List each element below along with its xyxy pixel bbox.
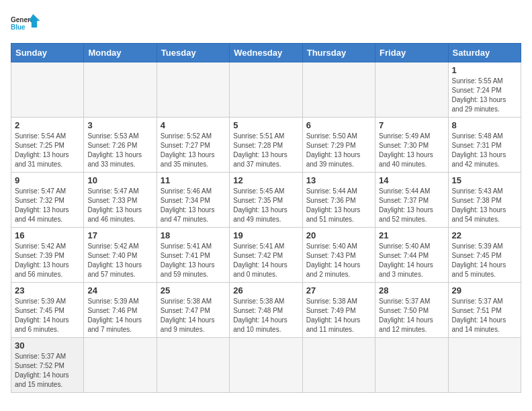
day-info: Sunrise: 5:44 AMSunset: 7:36 PMDaylight:… <box>306 187 371 224</box>
calendar-cell <box>302 338 375 393</box>
calendar-cell: 22Sunrise: 5:39 AMSunset: 7:45 PMDayligh… <box>448 228 521 283</box>
day-info: Sunrise: 5:41 AMSunset: 7:41 PMDaylight:… <box>161 242 226 279</box>
calendar-cell: 26Sunrise: 5:38 AMSunset: 7:48 PMDayligh… <box>230 283 302 338</box>
day-info: Sunrise: 5:41 AMSunset: 7:42 PMDaylight:… <box>233 242 298 279</box>
day-number: 16 <box>15 230 80 240</box>
day-number: 12 <box>233 175 298 185</box>
day-info: Sunrise: 5:37 AMSunset: 7:52 PMDaylight:… <box>15 352 80 390</box>
day-info: Sunrise: 5:53 AMSunset: 7:26 PMDaylight:… <box>87 132 152 169</box>
calendar-cell <box>375 62 448 118</box>
day-number: 29 <box>452 285 517 295</box>
calendar-cell: 8Sunrise: 5:48 AMSunset: 7:31 PMDaylight… <box>448 118 521 173</box>
calendar-cell: 12Sunrise: 5:45 AMSunset: 7:35 PMDayligh… <box>230 173 302 228</box>
day-number: 4 <box>161 120 226 130</box>
calendar-cell: 21Sunrise: 5:40 AMSunset: 7:44 PMDayligh… <box>375 228 448 283</box>
calendar-cell <box>157 62 229 118</box>
calendar-cell <box>84 62 157 118</box>
day-info: Sunrise: 5:39 AMSunset: 7:45 PMDaylight:… <box>452 242 517 279</box>
calendar-cell: 9Sunrise: 5:47 AMSunset: 7:32 PMDaylight… <box>11 173 84 228</box>
calendar-cell <box>84 338 157 393</box>
calendar-cell: 11Sunrise: 5:46 AMSunset: 7:34 PMDayligh… <box>157 173 229 228</box>
calendar-cell: 17Sunrise: 5:42 AMSunset: 7:40 PMDayligh… <box>84 228 157 283</box>
day-info: Sunrise: 5:46 AMSunset: 7:34 PMDaylight:… <box>161 187 226 224</box>
calendar-cell: 2Sunrise: 5:54 AMSunset: 7:25 PMDaylight… <box>11 118 84 173</box>
calendar-cell: 4Sunrise: 5:52 AMSunset: 7:27 PMDaylight… <box>157 118 229 173</box>
calendar-cell <box>230 338 302 393</box>
day-info: Sunrise: 5:52 AMSunset: 7:27 PMDaylight:… <box>161 132 226 169</box>
calendar-cell: 20Sunrise: 5:40 AMSunset: 7:43 PMDayligh… <box>302 228 375 283</box>
day-info: Sunrise: 5:38 AMSunset: 7:48 PMDaylight:… <box>233 297 298 334</box>
week-row-4: 16Sunrise: 5:42 AMSunset: 7:39 PMDayligh… <box>11 228 521 283</box>
day-info: Sunrise: 5:49 AMSunset: 7:30 PMDaylight:… <box>379 132 444 169</box>
week-row-2: 2Sunrise: 5:54 AMSunset: 7:25 PMDaylight… <box>11 118 521 173</box>
calendar-cell: 28Sunrise: 5:37 AMSunset: 7:50 PMDayligh… <box>375 283 448 338</box>
calendar-cell: 5Sunrise: 5:51 AMSunset: 7:28 PMDaylight… <box>230 118 302 173</box>
calendar-cell: 18Sunrise: 5:41 AMSunset: 7:41 PMDayligh… <box>157 228 229 283</box>
day-info: Sunrise: 5:37 AMSunset: 7:51 PMDaylight:… <box>452 297 517 334</box>
day-info: Sunrise: 5:40 AMSunset: 7:43 PMDaylight:… <box>306 242 371 279</box>
page-header: GeneralBlue <box>11 11 521 38</box>
day-number: 23 <box>15 285 80 295</box>
day-number: 7 <box>379 120 444 130</box>
day-number: 20 <box>306 230 371 240</box>
day-info: Sunrise: 5:48 AMSunset: 7:31 PMDaylight:… <box>452 132 517 169</box>
calendar-cell: 24Sunrise: 5:39 AMSunset: 7:46 PMDayligh… <box>84 283 157 338</box>
day-info: Sunrise: 5:51 AMSunset: 7:28 PMDaylight:… <box>233 132 298 169</box>
day-number: 1 <box>452 65 517 75</box>
day-number: 18 <box>161 230 226 240</box>
day-number: 10 <box>87 175 152 185</box>
calendar-cell <box>230 62 302 118</box>
day-info: Sunrise: 5:43 AMSunset: 7:38 PMDaylight:… <box>452 187 517 224</box>
calendar-cell: 19Sunrise: 5:41 AMSunset: 7:42 PMDayligh… <box>230 228 302 283</box>
day-number: 5 <box>233 120 298 130</box>
weekday-header-wednesday: Wednesday <box>230 44 302 62</box>
day-number: 3 <box>87 120 152 130</box>
day-number: 8 <box>452 120 517 130</box>
weekday-header-friday: Friday <box>375 44 448 62</box>
day-info: Sunrise: 5:37 AMSunset: 7:50 PMDaylight:… <box>379 297 444 334</box>
day-number: 24 <box>87 285 152 295</box>
weekday-header-tuesday: Tuesday <box>157 44 229 62</box>
day-number: 2 <box>15 120 80 130</box>
day-info: Sunrise: 5:39 AMSunset: 7:46 PMDaylight:… <box>87 297 152 334</box>
calendar-cell: 29Sunrise: 5:37 AMSunset: 7:51 PMDayligh… <box>448 283 521 338</box>
calendar-cell: 16Sunrise: 5:42 AMSunset: 7:39 PMDayligh… <box>11 228 84 283</box>
calendar-cell: 25Sunrise: 5:38 AMSunset: 7:47 PMDayligh… <box>157 283 229 338</box>
day-info: Sunrise: 5:50 AMSunset: 7:29 PMDaylight:… <box>306 132 371 169</box>
calendar-cell: 23Sunrise: 5:39 AMSunset: 7:45 PMDayligh… <box>11 283 84 338</box>
week-row-1: 1Sunrise: 5:55 AMSunset: 7:24 PMDaylight… <box>11 62 521 118</box>
day-number: 30 <box>15 340 80 351</box>
day-number: 17 <box>87 230 152 240</box>
calendar-cell <box>448 338 521 393</box>
day-info: Sunrise: 5:54 AMSunset: 7:25 PMDaylight:… <box>15 132 80 169</box>
day-number: 13 <box>306 175 371 185</box>
day-info: Sunrise: 5:47 AMSunset: 7:32 PMDaylight:… <box>15 187 80 224</box>
day-number: 15 <box>452 175 517 185</box>
week-row-3: 9Sunrise: 5:47 AMSunset: 7:32 PMDaylight… <box>11 173 521 228</box>
calendar-cell: 6Sunrise: 5:50 AMSunset: 7:29 PMDaylight… <box>302 118 375 173</box>
day-info: Sunrise: 5:47 AMSunset: 7:33 PMDaylight:… <box>87 187 152 224</box>
calendar-cell <box>157 338 229 393</box>
calendar-cell <box>11 62 84 118</box>
day-info: Sunrise: 5:44 AMSunset: 7:37 PMDaylight:… <box>379 187 444 224</box>
day-number: 14 <box>379 175 444 185</box>
calendar-table: SundayMondayTuesdayWednesdayThursdayFrid… <box>11 43 521 393</box>
day-number: 27 <box>306 285 371 295</box>
logo-svg: GeneralBlue <box>11 11 44 38</box>
day-number: 9 <box>15 175 80 185</box>
logo: GeneralBlue <box>11 11 44 38</box>
weekday-header-sunday: Sunday <box>11 44 84 62</box>
day-number: 26 <box>233 285 298 295</box>
day-info: Sunrise: 5:39 AMSunset: 7:45 PMDaylight:… <box>15 297 80 334</box>
weekday-header-monday: Monday <box>84 44 157 62</box>
calendar-cell: 14Sunrise: 5:44 AMSunset: 7:37 PMDayligh… <box>375 173 448 228</box>
calendar-cell: 7Sunrise: 5:49 AMSunset: 7:30 PMDaylight… <box>375 118 448 173</box>
day-number: 28 <box>379 285 444 295</box>
day-info: Sunrise: 5:40 AMSunset: 7:44 PMDaylight:… <box>379 242 444 279</box>
day-number: 22 <box>452 230 517 240</box>
calendar-cell: 27Sunrise: 5:38 AMSunset: 7:49 PMDayligh… <box>302 283 375 338</box>
calendar-cell: 15Sunrise: 5:43 AMSunset: 7:38 PMDayligh… <box>448 173 521 228</box>
calendar-cell: 30Sunrise: 5:37 AMSunset: 7:52 PMDayligh… <box>11 338 84 393</box>
day-info: Sunrise: 5:38 AMSunset: 7:49 PMDaylight:… <box>306 297 371 334</box>
calendar-cell <box>302 62 375 118</box>
